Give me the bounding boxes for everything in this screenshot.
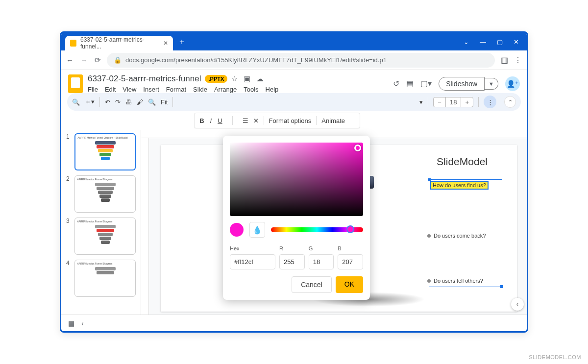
- print-icon[interactable]: 🖶: [125, 98, 132, 106]
- menu-view[interactable]: View: [122, 86, 136, 93]
- share-button[interactable]: 👤⁺: [505, 76, 520, 91]
- menu-bar: File Edit View Insert Format Slide Arran…: [88, 84, 278, 93]
- star-icon[interactable]: ☆: [231, 74, 238, 83]
- ruler-vertical: [141, 138, 149, 315]
- new-tab-button[interactable]: ＋: [178, 37, 186, 47]
- paint-format-icon[interactable]: 🖌: [137, 98, 143, 106]
- animate-button[interactable]: Animate: [321, 117, 345, 124]
- window-controls: ⌄ ― ▢ ✕: [464, 38, 527, 46]
- app-header: 6337-02-5-aarrr-metrics-funnel .PPTX ☆ ▣…: [61, 70, 527, 93]
- thumbnail-2[interactable]: 2 AARRR Metrics Funnel Diagram: [66, 175, 136, 213]
- meet-icon[interactable]: ▢▾: [420, 79, 432, 88]
- secondary-toolbar: B I U ☰ ✕ Format options Animate: [194, 113, 360, 128]
- pptx-badge: .PPTX: [205, 75, 227, 83]
- undo-icon[interactable]: ↶: [105, 98, 110, 106]
- toolbar: 🔍 ＋▾ ↶ ↷ 🖶 🖌 🔍 Fit ▾ − 18 + ⋮ ⌃: [67, 93, 521, 111]
- clear-format-icon[interactable]: ✕: [253, 117, 259, 124]
- minimize-icon[interactable]: ―: [480, 38, 486, 46]
- forward-icon[interactable]: →: [80, 56, 88, 65]
- slides-favicon-icon: [70, 40, 76, 47]
- explore-fab[interactable]: ‹: [511, 298, 524, 311]
- menu-arrange[interactable]: Arrange: [214, 86, 237, 93]
- g-input[interactable]: 18: [309, 254, 334, 269]
- tab-title: 6337-02-5-aarrr-metrics-funnel...: [80, 36, 159, 50]
- browser-menu-icon[interactable]: ⋮: [514, 55, 522, 65]
- label-referral[interactable]: Do users tell others?: [427, 278, 483, 284]
- label-retention[interactable]: Do users come back?: [427, 233, 486, 239]
- watermark: SLIDEMODEL.COM: [529, 354, 581, 360]
- cancel-button[interactable]: Cancel: [292, 276, 332, 293]
- move-icon[interactable]: ▣: [244, 74, 250, 83]
- b-label: B: [338, 245, 341, 251]
- bold-icon[interactable]: B: [199, 117, 204, 124]
- saturation-field[interactable]: [230, 143, 363, 216]
- selection-box[interactable]: How do users find us? Do users come back…: [429, 179, 502, 287]
- collapse-toolbar-icon[interactable]: ⌃: [504, 96, 516, 108]
- redo-icon[interactable]: ↷: [115, 98, 121, 106]
- font-size-stepper: − 18 +: [433, 97, 473, 107]
- close-window-icon[interactable]: ✕: [514, 38, 519, 46]
- browser-tab[interactable]: 6337-02-5-aarrr-metrics-funnel... ✕: [65, 36, 173, 50]
- thumbnail-1[interactable]: 1 AARRR Metrics Funnel Diagram – SlideMo…: [66, 133, 136, 170]
- cloud-icon[interactable]: ☁: [256, 74, 264, 83]
- slideshow-group: Slideshow ▼: [439, 77, 498, 91]
- zoom-level[interactable]: Fit: [161, 98, 168, 106]
- url-field[interactable]: 🔒 docs.google.com/presentation/d/155Kly8…: [107, 53, 495, 68]
- back-icon[interactable]: ←: [66, 56, 74, 65]
- font-dropdown[interactable]: ▾: [419, 98, 423, 106]
- eyedropper-button[interactable]: 💧: [249, 222, 265, 238]
- document-title[interactable]: 6337-02-5-aarrr-metrics-funnel: [88, 74, 201, 84]
- slideshow-button[interactable]: Slideshow: [439, 77, 485, 91]
- search-icon[interactable]: 🔍: [72, 98, 80, 106]
- lock-icon: 🔒: [114, 56, 122, 64]
- thumbnail-3[interactable]: 3 AARRR Metrics Funnel Diagram: [66, 218, 136, 255]
- titlebar: 6337-02-5-aarrr-metrics-funnel... ✕ ＋ ⌄ …: [61, 33, 527, 50]
- more-tools-icon[interactable]: ⋮: [484, 96, 496, 108]
- ok-button[interactable]: OK: [336, 276, 363, 293]
- b-input[interactable]: 207: [338, 254, 363, 269]
- maximize-icon[interactable]: ▢: [497, 38, 503, 46]
- new-slide-icon[interactable]: ＋▾: [85, 97, 95, 106]
- browser-window: 6337-02-5-aarrr-metrics-funnel... ✕ ＋ ⌄ …: [60, 31, 528, 333]
- grid-view-icon[interactable]: ▦: [68, 319, 74, 327]
- url-text: docs.google.com/presentation/d/155Kly8RL…: [125, 56, 387, 64]
- indent-icon[interactable]: ☰: [243, 117, 248, 124]
- menu-edit[interactable]: Edit: [105, 86, 116, 93]
- close-tab-icon[interactable]: ✕: [163, 40, 168, 47]
- menu-file[interactable]: File: [88, 86, 98, 93]
- font-size-value[interactable]: 18: [445, 97, 461, 107]
- slide-title-fragment: SlideModel: [437, 156, 488, 168]
- underline-icon[interactable]: U: [218, 117, 222, 124]
- menu-format[interactable]: Format: [166, 86, 186, 93]
- comments-icon[interactable]: ▤: [406, 79, 414, 88]
- reload-icon[interactable]: ⟳: [95, 56, 101, 65]
- hue-slider[interactable]: [271, 227, 363, 232]
- history-icon[interactable]: ↺: [393, 79, 399, 88]
- chevron-down-icon[interactable]: ⌄: [464, 38, 469, 46]
- label-acquisition[interactable]: How do users find us?: [431, 182, 488, 189]
- slide-panel: 1 AARRR Metrics Funnel Diagram – SlideMo…: [61, 130, 141, 315]
- footer: ▦ ‹: [61, 315, 527, 331]
- color-swatch: [230, 223, 244, 237]
- g-label: G: [309, 245, 313, 251]
- menu-insert[interactable]: Insert: [143, 86, 159, 93]
- menu-help[interactable]: Help: [266, 86, 279, 93]
- panel-icon[interactable]: ▥: [501, 55, 508, 65]
- prev-slide-icon[interactable]: ‹: [81, 319, 84, 327]
- format-options-button[interactable]: Format options: [269, 117, 312, 124]
- slideshow-dropdown[interactable]: ▼: [485, 78, 498, 90]
- hex-input[interactable]: #ff12cf: [230, 254, 275, 269]
- italic-icon[interactable]: I: [210, 117, 212, 124]
- saturation-handle[interactable]: [354, 145, 361, 151]
- hue-handle[interactable]: [346, 225, 354, 233]
- thumbnail-4[interactable]: 4 AARRR Metrics Funnel Diagram: [66, 260, 136, 297]
- menu-slide[interactable]: Slide: [193, 86, 207, 93]
- font-size-increase[interactable]: +: [461, 97, 473, 107]
- font-size-decrease[interactable]: −: [434, 97, 445, 107]
- r-input[interactable]: 255: [279, 254, 305, 269]
- address-bar: ← → ⟳ 🔒 docs.google.com/presentation/d/1…: [61, 50, 527, 70]
- zoom-icon[interactable]: 🔍: [148, 98, 156, 106]
- color-picker: 💧 Hex#ff12cf R255 G18 B207 Cancel OK: [223, 136, 370, 300]
- menu-tools[interactable]: Tools: [244, 86, 258, 93]
- slides-logo-icon[interactable]: [68, 74, 83, 93]
